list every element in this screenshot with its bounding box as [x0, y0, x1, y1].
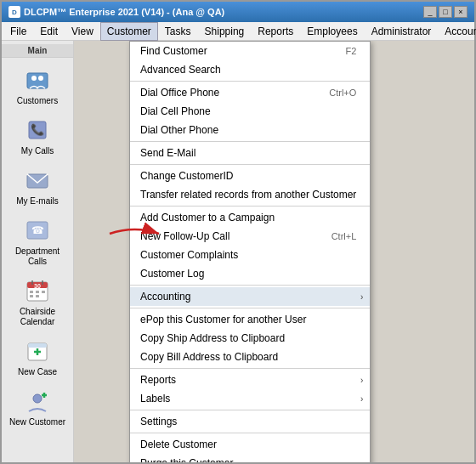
svg-rect-14	[36, 291, 39, 293]
sidebar-item-chairside[interactable]: 30 Chairside Calendar	[4, 272, 71, 331]
separator-9	[130, 433, 370, 433]
close-button[interactable]: ×	[454, 6, 468, 18]
menu-item-new-followup[interactable]: New Follow-Up Call Ctrl+L	[130, 227, 370, 246]
menu-item-dial-cell[interactable]: Dial Cell Phone	[130, 102, 370, 121]
svg-point-22	[33, 394, 42, 403]
menu-item-epop[interactable]: ePop this Customer for another User	[130, 310, 370, 329]
sidebar-item-new-customer[interactable]: New Customer	[4, 382, 71, 431]
menu-item-find-customer[interactable]: Find Customer F2	[130, 42, 370, 60]
menu-file[interactable]: File	[3, 22, 33, 41]
svg-rect-17	[36, 295, 39, 297]
menu-customer[interactable]: Customer	[100, 22, 158, 41]
menu-item-copy-ship[interactable]: Copy Ship Address to Clipboard	[130, 329, 370, 348]
menu-view[interactable]: View	[65, 22, 100, 41]
menu-item-accounting[interactable]: Accounting ›	[130, 287, 370, 306]
menu-bar: File Edit View Customer Tasks Shipping R…	[2, 22, 474, 41]
sidebar-label-my-calls: My Calls	[21, 146, 54, 156]
chairside-icon: 30	[22, 275, 53, 306]
separator-2	[130, 141, 370, 142]
menu-item-copy-bill[interactable]: Copy Bill Address to Clipboard	[130, 348, 370, 366]
menu-reports[interactable]: Reports	[251, 22, 300, 41]
customers-icon	[22, 65, 53, 95]
content-area: Main Customers	[2, 41, 474, 462]
sidebar-item-my-emails[interactable]: My E-mails	[4, 161, 71, 210]
window-title: DLCPM™ Enterprise 2021 (V14) - (Ana @ QA…	[24, 7, 224, 17]
main-window: D DLCPM™ Enterprise 2021 (V14) - (Ana @ …	[0, 0, 476, 464]
maximize-button[interactable]: □	[439, 6, 452, 18]
title-bar: D DLCPM™ Enterprise 2021 (V14) - (Ana @ …	[2, 2, 474, 22]
svg-text:30: 30	[34, 283, 41, 289]
menu-item-settings[interactable]: Settings	[130, 412, 370, 431]
menu-item-send-email[interactable]: Send E-Mail	[130, 144, 370, 162]
calls-icon: 📞	[22, 115, 53, 145]
menu-administrator[interactable]: Administrator	[365, 22, 439, 41]
labels-submenu-arrow: ›	[360, 394, 363, 404]
svg-point-1	[31, 76, 37, 81]
sidebar-label-new-customer: New Customer	[9, 417, 65, 427]
menu-item-change-customerid[interactable]: Change CustomerID	[130, 167, 370, 185]
sidebar-label-chairside: Chairside Calendar	[7, 307, 68, 327]
accounting-submenu-arrow: ›	[360, 292, 363, 302]
separator-1	[130, 81, 370, 82]
menu-item-add-campaign[interactable]: Add Customer to a Campaign	[130, 208, 370, 227]
menu-item-dial-other[interactable]: Dial Other Phone	[130, 121, 370, 139]
separator-7	[130, 368, 370, 369]
menu-item-labels[interactable]: Labels ›	[130, 389, 370, 408]
sidebar-item-dept-calls[interactable]: ☎ Department Calls	[4, 212, 71, 270]
svg-rect-13	[30, 291, 33, 293]
separator-8	[130, 410, 370, 410]
app-icon: D	[8, 6, 20, 18]
menu-tasks[interactable]: Tasks	[158, 22, 198, 41]
sidebar-label-new-case: New Case	[18, 367, 57, 377]
separator-4	[130, 206, 370, 207]
customer-dropdown-menu: Find Customer F2 Advanced Search Dial Of…	[129, 41, 371, 462]
emails-icon	[22, 165, 53, 195]
sidebar-label-my-emails: My E-mails	[16, 196, 58, 207]
sidebar-item-customers[interactable]: Customers	[4, 61, 71, 110]
menu-item-advanced-search[interactable]: Advanced Search	[130, 60, 370, 79]
sidebar-label-customers: Customers	[17, 96, 58, 106]
menu-item-reports[interactable]: Reports ›	[130, 371, 370, 389]
svg-text:📞: 📞	[31, 122, 45, 137]
menu-item-transfer-records[interactable]: Transfer related records from another Cu…	[130, 185, 370, 204]
main-area: Find Customer F2 Advanced Search Dial Of…	[74, 41, 474, 462]
title-bar-left: D DLCPM™ Enterprise 2021 (V14) - (Ana @ …	[8, 6, 224, 18]
sidebar-item-new-case[interactable]: New Case	[4, 332, 71, 381]
svg-point-2	[38, 76, 43, 81]
sidebar-item-my-calls[interactable]: 📞 My Calls	[4, 111, 71, 160]
separator-3	[130, 164, 370, 165]
separator-5	[130, 285, 370, 286]
sidebar-section-main: Main	[2, 44, 73, 58]
menu-item-customer-log[interactable]: Customer Log	[130, 264, 370, 283]
menu-employees[interactable]: Employees	[300, 22, 364, 41]
dept-calls-icon: ☎	[22, 215, 53, 246]
menu-item-purge-customer[interactable]: Purge this Customer	[130, 454, 370, 462]
title-bar-controls: _ □ ×	[423, 6, 468, 18]
svg-rect-16	[30, 295, 33, 297]
svg-text:☎: ☎	[31, 224, 44, 236]
menu-shipping[interactable]: Shipping	[198, 22, 252, 41]
reports-submenu-arrow: ›	[360, 376, 363, 385]
sidebar: Main Customers	[2, 41, 74, 462]
sidebar-label-dept-calls: Department Calls	[7, 246, 68, 267]
new-case-icon	[22, 336, 53, 366]
menu-item-delete-customer[interactable]: Delete Customer	[130, 435, 370, 454]
minimize-button[interactable]: _	[423, 6, 437, 18]
menu-item-dial-office[interactable]: Dial Office Phone Ctrl+O	[130, 83, 370, 102]
svg-rect-21	[28, 343, 47, 348]
svg-rect-0	[27, 73, 48, 88]
svg-rect-15	[42, 291, 45, 293]
new-customer-icon	[22, 386, 53, 416]
menu-accounting[interactable]: Accounting	[438, 22, 476, 41]
separator-6	[130, 308, 370, 308]
menu-item-complaints[interactable]: Customer Complaints	[130, 246, 370, 264]
menu-edit[interactable]: Edit	[33, 22, 65, 41]
